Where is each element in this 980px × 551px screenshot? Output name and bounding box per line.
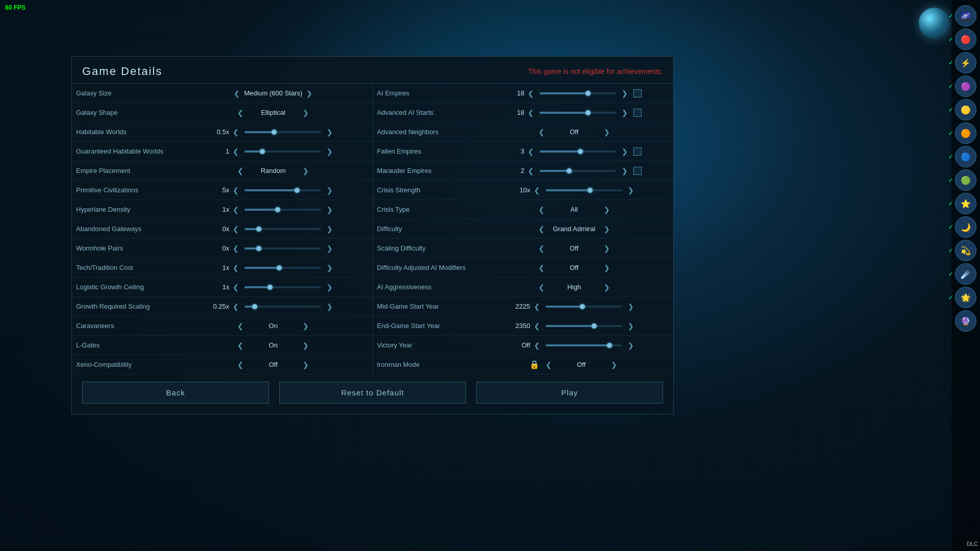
marauder-empires-checkbox[interactable] <box>633 167 642 175</box>
crisis-type-prev[interactable]: ❮ <box>536 205 547 214</box>
xeno-compat-prev[interactable]: ❮ <box>235 360 246 369</box>
avatar-12[interactable]: 🌟 <box>955 287 976 308</box>
empire-placement-next[interactable]: ❯ <box>301 166 311 176</box>
galaxy-size-next[interactable]: ❯ <box>304 89 314 98</box>
victory-year-prev[interactable]: ❮ <box>532 341 542 350</box>
guaranteed-habitable-prev[interactable]: ❮ <box>231 147 241 156</box>
growth-required-prev[interactable]: ❮ <box>231 302 241 311</box>
difficulty-next[interactable]: ❯ <box>602 224 612 234</box>
wormhole-pairs-prev[interactable]: ❮ <box>231 244 241 253</box>
avatar-1[interactable]: 🔴 <box>955 29 976 50</box>
marauder-empires-track[interactable] <box>540 170 616 172</box>
victory-year-next[interactable]: ❯ <box>626 341 636 350</box>
ai-aggressiveness-next[interactable]: ❯ <box>602 283 612 292</box>
fallen-empires-prev[interactable]: ❮ <box>526 147 536 156</box>
mid-game-year-prev[interactable]: ❮ <box>532 302 542 311</box>
galaxy-shape-next[interactable]: ❯ <box>301 108 311 117</box>
tech-tradition-cost-track[interactable] <box>244 267 321 269</box>
ai-empires-next[interactable]: ❯ <box>620 89 630 98</box>
crisis-type-next[interactable]: ❯ <box>602 205 612 214</box>
crisis-strength-prev[interactable]: ❮ <box>532 186 542 195</box>
logistic-growth-track[interactable] <box>244 286 321 288</box>
habitable-worlds-track[interactable] <box>244 131 321 133</box>
galaxy-shape-prev[interactable]: ❮ <box>235 108 246 117</box>
crisis-strength-next[interactable]: ❯ <box>626 186 636 195</box>
avatar-4[interactable]: 🟡 <box>955 99 976 120</box>
lgates-prev[interactable]: ❮ <box>235 341 246 350</box>
primitive-civ-next[interactable]: ❯ <box>325 186 335 195</box>
difficulty-prev[interactable]: ❮ <box>536 224 547 234</box>
avatar-10[interactable]: 💫 <box>955 240 976 261</box>
victory-year-track[interactable] <box>546 344 622 346</box>
galaxy-size-prev[interactable]: ❮ <box>232 89 242 98</box>
ai-empires-track[interactable] <box>540 92 616 94</box>
end-game-year-track[interactable] <box>546 325 622 327</box>
empire-placement-prev[interactable]: ❮ <box>235 166 246 176</box>
advanced-ai-starts-prev[interactable]: ❮ <box>526 108 536 117</box>
crisis-strength-track[interactable] <box>546 189 622 191</box>
lgates-next[interactable]: ❯ <box>301 341 311 350</box>
xeno-compat-next[interactable]: ❯ <box>301 360 311 369</box>
ai-empires-prev[interactable]: ❮ <box>526 89 536 98</box>
guaranteed-habitable-track[interactable] <box>244 151 321 153</box>
fallen-empires-checkbox[interactable] <box>633 147 642 156</box>
reset-button[interactable]: Reset to Default <box>279 382 466 404</box>
end-game-year-prev[interactable]: ❮ <box>532 321 542 331</box>
fallen-empires-track[interactable] <box>540 151 616 153</box>
wormhole-pairs-value: 0x <box>211 244 229 252</box>
avatar-2[interactable]: ⚡ <box>955 52 976 73</box>
scaling-difficulty-next[interactable]: ❯ <box>602 244 612 253</box>
scaling-difficulty-prev[interactable]: ❮ <box>536 244 547 253</box>
guaranteed-habitable-next[interactable]: ❯ <box>325 147 335 156</box>
ai-empires-checkbox[interactable] <box>633 89 642 97</box>
avatar-6[interactable]: 🔵 <box>955 146 976 167</box>
abandoned-gateways-track[interactable] <box>244 228 321 230</box>
growth-required-track[interactable] <box>244 306 321 308</box>
primitive-civ-track[interactable] <box>244 189 321 191</box>
difficulty-ai-modifiers-next[interactable]: ❯ <box>602 263 612 272</box>
play-button[interactable]: Play <box>476 382 663 404</box>
wormhole-pairs-track[interactable] <box>244 247 321 249</box>
hyperlane-density-prev[interactable]: ❮ <box>231 205 241 214</box>
logistic-growth-next[interactable]: ❯ <box>325 283 335 292</box>
caravaneers-next[interactable]: ❯ <box>301 321 311 331</box>
logistic-growth-prev[interactable]: ❮ <box>231 283 241 292</box>
advanced-ai-starts-track[interactable] <box>540 112 616 114</box>
habitable-worlds-next[interactable]: ❯ <box>325 128 335 137</box>
avatar-8[interactable]: ⭐ <box>955 193 976 214</box>
avatar-0[interactable]: 🌌 <box>955 5 976 27</box>
hyperlane-density-next[interactable]: ❯ <box>325 205 335 214</box>
habitable-worlds-prev[interactable]: ❮ <box>231 128 241 137</box>
growth-required-next[interactable]: ❯ <box>325 302 335 311</box>
avatar-13[interactable]: 🔮 <box>955 310 976 332</box>
avatar-5[interactable]: 🟠 <box>955 122 976 144</box>
tech-tradition-cost-next[interactable]: ❯ <box>325 263 335 272</box>
caravaneers-prev[interactable]: ❮ <box>235 321 246 331</box>
primitive-civ-prev[interactable]: ❮ <box>231 186 241 195</box>
advanced-ai-starts-next[interactable]: ❯ <box>620 108 630 117</box>
fallen-empires-next[interactable]: ❯ <box>620 147 630 156</box>
mid-game-year-track[interactable] <box>546 306 622 308</box>
avatar-9[interactable]: 🌙 <box>955 216 976 238</box>
hyperlane-density-track[interactable] <box>244 209 321 211</box>
ironman-mode-prev[interactable]: ❮ <box>544 360 554 369</box>
abandoned-gateways-next[interactable]: ❯ <box>325 224 335 234</box>
galaxy-size-row: Galaxy Size ❮ Medium (600 Stars) ❯ <box>72 84 373 103</box>
tech-tradition-cost-prev[interactable]: ❮ <box>231 263 241 272</box>
avatar-7[interactable]: 🟢 <box>955 169 976 191</box>
marauder-empires-prev[interactable]: ❮ <box>526 166 536 176</box>
wormhole-pairs-next[interactable]: ❯ <box>325 244 335 253</box>
marauder-empires-next[interactable]: ❯ <box>620 166 630 176</box>
avatar-11[interactable]: ☄️ <box>955 263 976 285</box>
mid-game-year-next[interactable]: ❯ <box>626 302 636 311</box>
advanced-neighbors-prev[interactable]: ❮ <box>536 128 547 137</box>
end-game-year-next[interactable]: ❯ <box>626 321 636 331</box>
ai-aggressiveness-prev[interactable]: ❮ <box>536 283 547 292</box>
difficulty-ai-modifiers-prev[interactable]: ❮ <box>536 263 547 272</box>
avatar-3[interactable]: 🟣 <box>955 76 976 97</box>
advanced-ai-starts-checkbox[interactable] <box>633 109 642 117</box>
advanced-neighbors-next[interactable]: ❯ <box>602 128 612 137</box>
ironman-mode-next[interactable]: ❯ <box>609 360 619 369</box>
back-button[interactable]: Back <box>82 382 269 404</box>
abandoned-gateways-prev[interactable]: ❮ <box>231 224 241 234</box>
